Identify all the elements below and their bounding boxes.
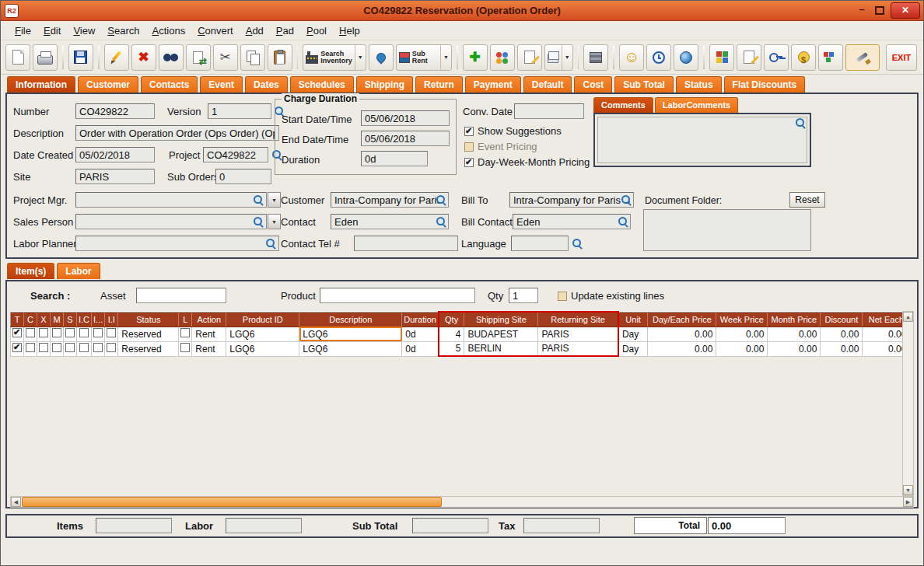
item-row[interactable]: ReservedRentLGQ6LGQ60d4BUDAPESTPARISDay0… — [11, 327, 910, 341]
col-header-i-c[interactable]: I.C — [77, 312, 92, 327]
col-header-description[interactable]: Description — [299, 312, 402, 327]
bill-contact-input[interactable] — [513, 214, 631, 229]
event-pricing-checkbox[interactable] — [464, 142, 474, 152]
col-header-unit[interactable]: Unit — [618, 312, 648, 327]
cell-discount[interactable]: 0.00 — [821, 327, 863, 341]
number-input[interactable] — [75, 103, 155, 119]
tab-payment[interactable]: Payment — [465, 76, 521, 93]
comments-tab-laborcomments[interactable]: LaborComments — [655, 97, 738, 113]
conv-date-input[interactable] — [514, 103, 584, 119]
day-week-month-checkbox[interactable] — [464, 158, 474, 167]
worksheet-button[interactable] — [737, 44, 761, 71]
customer-search-icon[interactable] — [436, 194, 446, 205]
cell-product-id[interactable]: LGQ6 — [226, 341, 299, 356]
customer-input[interactable] — [331, 192, 449, 208]
cell-qty[interactable]: 5 — [439, 341, 464, 356]
search-inventory-button[interactable]: Search Inventory ▼ — [303, 44, 366, 71]
col-header-x[interactable]: X — [37, 312, 51, 327]
web-button[interactable] — [674, 44, 698, 71]
comments-tab-comments[interactable]: Comments — [593, 97, 653, 113]
sales-person-dropdown-button[interactable] — [268, 214, 281, 229]
labor-total-input[interactable] — [226, 518, 302, 533]
tab-contacts[interactable]: Contacts — [141, 76, 198, 93]
cell-month-price[interactable]: 0.00 — [768, 341, 821, 356]
start-date-input[interactable] — [361, 110, 450, 126]
show-suggestions-checkbox[interactable] — [464, 127, 474, 136]
cell-description[interactable]: LGQ6 — [299, 341, 402, 356]
currency-button[interactable] — [791, 44, 816, 71]
cell-week-price[interactable]: 0.00 — [716, 327, 768, 341]
sales-person-input[interactable] — [75, 214, 267, 229]
sub-rent-button[interactable]: Sub Rent ▼ — [396, 44, 452, 71]
row-checkbox-i-i[interactable] — [107, 328, 116, 337]
project-mgr-dropdown-button[interactable] — [268, 192, 281, 208]
purchase-button[interactable] — [818, 44, 843, 71]
duration-input[interactable] — [361, 151, 428, 166]
date-created-input[interactable] — [75, 147, 155, 162]
exit-button[interactable]: EXIT — [886, 44, 917, 71]
col-header-l[interactable]: L — [179, 312, 192, 327]
scroll-right-icon[interactable]: ▶ — [903, 497, 913, 507]
col-header-t[interactable]: T — [11, 312, 24, 327]
cell-shipping-site[interactable]: BUDAPEST — [464, 327, 538, 341]
language-search-icon[interactable] — [572, 238, 583, 249]
cell-product-id[interactable]: LGQ6 — [226, 327, 299, 341]
sub-total-input[interactable] — [412, 518, 488, 533]
col-header-discount[interactable]: Discount — [821, 312, 863, 327]
contact-search-icon[interactable] — [436, 216, 446, 227]
scrollbar-thumb[interactable] — [22, 497, 442, 507]
row-checkbox-t[interactable] — [12, 343, 22, 352]
document-folder-box[interactable] — [643, 209, 811, 251]
update-lines-checkbox[interactable] — [558, 292, 567, 301]
site-button[interactable] — [583, 44, 608, 71]
col-header-day-each-price[interactable]: Day/Each Price — [648, 312, 716, 327]
cell-returning-site[interactable]: PARIS — [538, 327, 618, 341]
cell-unit[interactable]: Day — [618, 341, 648, 356]
dispatch-button[interactable] — [369, 44, 394, 71]
labor-planner-search-icon[interactable] — [265, 238, 276, 249]
schedule-button[interactable] — [646, 44, 671, 71]
menu-pad[interactable]: Pad — [270, 23, 300, 39]
scroll-left-icon[interactable]: ◀ — [11, 497, 21, 507]
minimize-button[interactable]: – — [855, 5, 869, 17]
bill-to-search-icon[interactable] — [621, 194, 632, 205]
col-header-m[interactable]: M — [51, 312, 64, 327]
edit-button[interactable] — [104, 44, 129, 71]
qty-input[interactable] — [509, 288, 538, 303]
wand-button[interactable] — [845, 44, 880, 71]
row-checkbox-i[interactable] — [93, 343, 103, 352]
items-tab-item-s[interactable]: Item(s) — [7, 263, 54, 279]
tab-sub-total[interactable]: Sub Total — [614, 76, 674, 93]
col-header-shipping-site[interactable]: Shipping Site — [464, 312, 538, 327]
row-checkbox-l[interactable] — [180, 343, 190, 352]
cell-status[interactable]: Reserved — [118, 341, 179, 356]
labor-planner-input[interactable] — [75, 236, 279, 251]
menu-convert[interactable]: Convert — [191, 23, 240, 39]
menu-help[interactable]: Help — [333, 23, 366, 39]
row-checkbox-i-i[interactable] — [107, 343, 116, 352]
horizontal-scrollbar[interactable]: ◀ ▶ — [10, 496, 914, 508]
tab-schedules[interactable]: Schedules — [290, 76, 354, 93]
contact-tel-input[interactable] — [354, 236, 458, 251]
menu-actions[interactable]: Actions — [146, 23, 192, 39]
menu-add[interactable]: Add — [240, 23, 270, 39]
cell-qty[interactable]: 4 — [439, 327, 464, 341]
tab-default[interactable]: Default — [523, 76, 572, 93]
comments-textarea[interactable] — [597, 117, 807, 163]
cell-status[interactable]: Reserved — [118, 327, 179, 341]
end-date-input[interactable] — [361, 131, 450, 146]
tab-flat-discounts[interactable]: Flat Discounts — [724, 76, 806, 93]
vertical-scrollbar[interactable]: ▲ ▼ — [902, 311, 914, 496]
row-checkbox-i[interactable] — [93, 328, 103, 337]
cards-button[interactable]: ▼ — [544, 44, 573, 71]
contact-input[interactable] — [331, 214, 449, 229]
asset-input[interactable] — [136, 288, 226, 303]
cell-day-each-price[interactable]: 0.00 — [648, 327, 716, 341]
paste-button[interactable] — [268, 44, 292, 71]
group-button[interactable] — [490, 44, 515, 71]
cell-duration[interactable]: 0d — [402, 341, 439, 356]
site-input[interactable] — [75, 169, 155, 184]
row-checkbox-s[interactable] — [65, 343, 75, 352]
chevron-down-icon[interactable]: ▼ — [440, 45, 449, 70]
row-checkbox-t[interactable] — [12, 328, 22, 337]
